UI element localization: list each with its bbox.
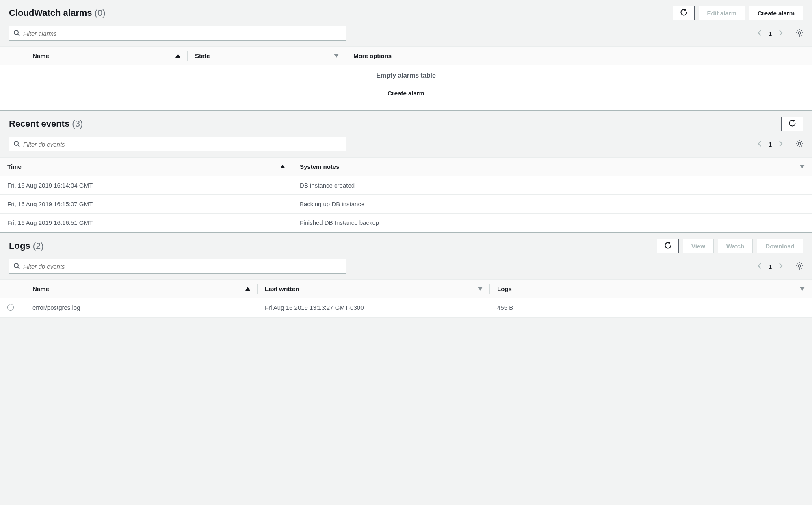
sort-desc-icon bbox=[800, 165, 805, 168]
gear-icon bbox=[796, 262, 803, 271]
logs-prev-page[interactable] bbox=[756, 263, 763, 270]
event-notes: Finished DB Instance backup bbox=[292, 214, 812, 232]
events-table: Time System notes Fri, 16 Aug 2019 16:14… bbox=[0, 157, 812, 232]
table-row: Fri, 16 Aug 2019 16:15:07 GMTBacking up … bbox=[0, 195, 812, 214]
alarms-pager: 1 bbox=[756, 28, 803, 39]
logs-col-name[interactable]: Name bbox=[25, 280, 258, 298]
alarms-col-name[interactable]: Name bbox=[25, 47, 188, 65]
alarms-panel: CloudWatch alarms (0) Edit alarm Create … bbox=[0, 0, 812, 111]
search-icon bbox=[13, 140, 20, 148]
logs-settings-button[interactable] bbox=[796, 262, 803, 271]
sort-asc-icon bbox=[280, 165, 285, 168]
alarms-table-head: Name State More options bbox=[0, 47, 812, 65]
logs-col-written-label: Last written bbox=[265, 285, 299, 292]
chevron-right-icon bbox=[777, 140, 784, 148]
sort-desc-icon bbox=[478, 287, 483, 291]
logs-page-number: 1 bbox=[769, 263, 772, 270]
chevron-left-icon bbox=[756, 30, 763, 37]
sort-desc-icon bbox=[334, 54, 339, 58]
log-written: Fri Aug 16 2019 13:13:27 GMT-0300 bbox=[258, 298, 490, 317]
pager-divider bbox=[790, 138, 790, 150]
logs-next-page[interactable] bbox=[777, 263, 784, 270]
events-panel: Recent events (3) 1 bbox=[0, 111, 812, 233]
refresh-icon bbox=[680, 9, 687, 17]
logs-download-button[interactable]: Download bbox=[757, 239, 803, 253]
alarms-page-number: 1 bbox=[769, 30, 772, 37]
logs-title: Logs (2) bbox=[9, 241, 44, 251]
logs-view-button[interactable]: View bbox=[683, 239, 714, 253]
create-alarm-button[interactable]: Create alarm bbox=[749, 6, 803, 20]
sort-asc-icon bbox=[245, 287, 250, 291]
logs-watch-button[interactable]: Watch bbox=[718, 239, 753, 253]
logs-refresh-button[interactable] bbox=[657, 239, 679, 253]
events-col-time[interactable]: Time bbox=[0, 158, 292, 176]
event-notes: DB instance created bbox=[292, 176, 812, 194]
alarms-prev-page[interactable] bbox=[756, 30, 763, 37]
alarms-col-state-label: State bbox=[195, 52, 210, 59]
events-filter-box[interactable] bbox=[9, 137, 346, 151]
chevron-right-icon bbox=[777, 263, 784, 270]
events-pager: 1 bbox=[756, 138, 803, 150]
chevron-left-icon bbox=[756, 140, 763, 148]
gear-icon bbox=[796, 29, 803, 38]
sort-desc-icon bbox=[800, 287, 805, 291]
alarms-col-name-label: Name bbox=[32, 52, 49, 59]
chevron-right-icon bbox=[777, 30, 784, 37]
alarms-col-more-label: More options bbox=[353, 52, 392, 59]
events-col-notes[interactable]: System notes bbox=[292, 158, 812, 176]
alarms-empty-message: Empty alarms table bbox=[0, 72, 812, 79]
logs-filter-box[interactable] bbox=[9, 259, 346, 274]
table-row[interactable]: error/postgres.logFri Aug 16 2019 13:13:… bbox=[0, 298, 812, 318]
alarms-col-state[interactable]: State bbox=[188, 47, 346, 65]
edit-alarm-button[interactable]: Edit alarm bbox=[699, 6, 745, 20]
logs-count: (2) bbox=[33, 241, 44, 251]
alarms-col-select bbox=[0, 47, 25, 65]
events-settings-button[interactable] bbox=[796, 140, 803, 149]
logs-panel: Logs (2) View Watch Download 1 bbox=[0, 233, 812, 318]
alarms-empty-state: Empty alarms table Create alarm bbox=[0, 65, 812, 110]
empty-create-alarm-button[interactable]: Create alarm bbox=[379, 86, 433, 100]
logs-table-head: Name Last written Logs bbox=[0, 280, 812, 298]
events-table-head: Time System notes bbox=[0, 158, 812, 176]
log-size: 455 B bbox=[490, 298, 812, 317]
alarms-title-text: CloudWatch alarms bbox=[9, 8, 92, 18]
logs-filter-input[interactable] bbox=[23, 263, 342, 270]
event-time: Fri, 16 Aug 2019 16:14:04 GMT bbox=[0, 176, 292, 194]
pager-divider bbox=[790, 261, 790, 272]
alarms-count: (0) bbox=[95, 8, 106, 18]
event-notes: Backing up DB instance bbox=[292, 195, 812, 213]
table-row: Fri, 16 Aug 2019 16:14:04 GMTDB instance… bbox=[0, 176, 812, 195]
alarms-filter-box[interactable] bbox=[9, 26, 346, 41]
events-count: (3) bbox=[72, 119, 83, 129]
row-select[interactable] bbox=[0, 298, 25, 317]
logs-pager: 1 bbox=[756, 261, 803, 272]
logs-col-name-label: Name bbox=[32, 285, 49, 292]
log-name: error/postgres.log bbox=[25, 298, 258, 317]
alarms-next-page[interactable] bbox=[777, 30, 784, 37]
alarms-title: CloudWatch alarms (0) bbox=[9, 8, 106, 18]
refresh-icon bbox=[788, 120, 796, 128]
alarms-table: Name State More options Empty alarms tab… bbox=[0, 46, 812, 110]
search-icon bbox=[13, 30, 20, 37]
events-prev-page[interactable] bbox=[756, 140, 763, 148]
logs-col-size[interactable]: Logs bbox=[490, 280, 812, 298]
alarms-filter-input[interactable] bbox=[23, 30, 342, 37]
alarms-settings-button[interactable] bbox=[796, 29, 803, 38]
search-icon bbox=[13, 263, 20, 270]
table-row: Fri, 16 Aug 2019 16:16:51 GMTFinished DB… bbox=[0, 214, 812, 232]
sort-asc-icon bbox=[175, 54, 180, 58]
event-time: Fri, 16 Aug 2019 16:16:51 GMT bbox=[0, 214, 292, 232]
radio-icon[interactable] bbox=[7, 304, 14, 311]
events-filter-input[interactable] bbox=[23, 141, 342, 148]
chevron-left-icon bbox=[756, 263, 763, 270]
events-page-number: 1 bbox=[769, 141, 772, 148]
alarms-col-more[interactable]: More options bbox=[346, 47, 812, 65]
events-next-page[interactable] bbox=[777, 140, 784, 148]
events-col-time-label: Time bbox=[7, 163, 22, 170]
refresh-icon bbox=[664, 242, 671, 250]
alarms-refresh-button[interactable] bbox=[673, 6, 695, 20]
logs-col-written[interactable]: Last written bbox=[258, 280, 490, 298]
logs-table: Name Last written Logs error/postgres.lo… bbox=[0, 279, 812, 318]
events-refresh-button[interactable] bbox=[781, 117, 803, 131]
logs-title-text: Logs bbox=[9, 241, 30, 251]
